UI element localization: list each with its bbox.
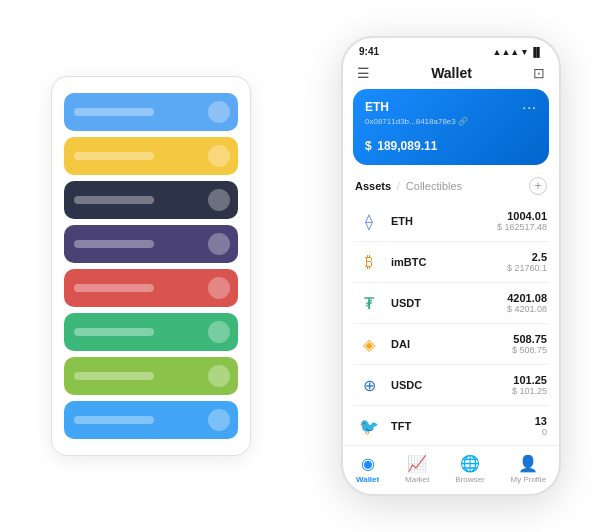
assets-header: Assets / Collectibles + [343, 173, 559, 201]
asset-amount: 1004.01 [497, 210, 547, 222]
asset-usd: $ 101.25 [512, 386, 547, 396]
battery-icon: ▐▌ [530, 47, 543, 57]
eth-card-label: ETH [365, 100, 389, 114]
asset-icon: ₿ [355, 248, 383, 276]
card-item[interactable] [64, 181, 238, 219]
card-item[interactable] [64, 225, 238, 263]
asset-amount: 13 [535, 415, 547, 427]
eth-balance: $ 189,089.11 [365, 132, 537, 155]
nav-icon-wallet: ◉ [361, 454, 375, 473]
asset-amounts: 2.5$ 21760.1 [507, 251, 547, 273]
tab-collectibles[interactable]: Collectibles [406, 180, 462, 192]
eth-card-more[interactable]: ··· [522, 99, 537, 115]
eth-balance-amount: 189,089.11 [377, 139, 437, 153]
scene: 9:41 ▲▲▲ ▾ ▐▌ ☰ Wallet ⊡ ETH ··· 0x08711… [21, 21, 581, 511]
nav-label: Wallet [356, 475, 379, 484]
card-item[interactable] [64, 93, 238, 131]
nav-label: My Profile [511, 475, 547, 484]
asset-row[interactable]: 🐦TFT130 [353, 406, 549, 445]
phone-mockup: 9:41 ▲▲▲ ▾ ▐▌ ☰ Wallet ⊡ ETH ··· 0x08711… [341, 36, 561, 496]
eth-card[interactable]: ETH ··· 0x08711d3b...8418a78e3 🔗 $ 189,0… [353, 89, 549, 165]
asset-list: ⟠ETH1004.01$ 162517.48₿imBTC2.5$ 21760.1… [343, 201, 559, 445]
asset-row[interactable]: ⟠ETH1004.01$ 162517.48 [353, 201, 549, 242]
nav-item-my-profile[interactable]: 👤My Profile [511, 454, 547, 484]
card-item[interactable] [64, 269, 238, 307]
asset-amount: 2.5 [507, 251, 547, 263]
asset-amount: 101.25 [512, 374, 547, 386]
nav-item-market[interactable]: 📈Market [405, 454, 429, 484]
asset-amounts: 101.25$ 101.25 [512, 374, 547, 396]
asset-name: ETH [391, 215, 497, 227]
asset-amounts: 4201.08$ 4201.08 [507, 292, 547, 314]
asset-usd: $ 508.75 [512, 345, 547, 355]
asset-row[interactable]: ⊕USDC101.25$ 101.25 [353, 365, 549, 406]
asset-amounts: 1004.01$ 162517.48 [497, 210, 547, 232]
nav-icon-market: 📈 [407, 454, 427, 473]
asset-amount: 508.75 [512, 333, 547, 345]
asset-usd: $ 4201.08 [507, 304, 547, 314]
asset-row[interactable]: ◈DAI508.75$ 508.75 [353, 324, 549, 365]
asset-row[interactable]: ₮USDT4201.08$ 4201.08 [353, 283, 549, 324]
nav-icon-my-profile: 👤 [518, 454, 538, 473]
assets-tabs: Assets / Collectibles [355, 180, 462, 192]
card-item[interactable] [64, 137, 238, 175]
asset-row[interactable]: ₿imBTC2.5$ 21760.1 [353, 242, 549, 283]
asset-name: USDC [391, 379, 512, 391]
asset-amounts: 130 [535, 415, 547, 437]
add-asset-button[interactable]: + [529, 177, 547, 195]
eth-balance-symbol: $ [365, 139, 372, 153]
nav-label: Browser [455, 475, 484, 484]
signal-icon: ▲▲▲ [493, 47, 520, 57]
status-time: 9:41 [359, 46, 379, 57]
nav-bar: ◉Wallet📈Market🌐Browser👤My Profile [343, 445, 559, 494]
asset-icon: ₮ [355, 289, 383, 317]
asset-icon: ⊕ [355, 371, 383, 399]
status-icons: ▲▲▲ ▾ ▐▌ [493, 47, 544, 57]
asset-amounts: 508.75$ 508.75 [512, 333, 547, 355]
card-stack [51, 76, 251, 456]
eth-address: 0x08711d3b...8418a78e3 🔗 [365, 117, 537, 126]
nav-icon-browser: 🌐 [460, 454, 480, 473]
asset-usd: $ 21760.1 [507, 263, 547, 273]
status-bar: 9:41 ▲▲▲ ▾ ▐▌ [343, 38, 559, 61]
tab-assets[interactable]: Assets [355, 180, 391, 192]
asset-name: DAI [391, 338, 512, 350]
asset-name: imBTC [391, 256, 507, 268]
card-item[interactable] [64, 401, 238, 439]
page-title: Wallet [431, 65, 472, 81]
asset-amount: 4201.08 [507, 292, 547, 304]
asset-usd: 0 [535, 427, 547, 437]
expand-icon[interactable]: ⊡ [533, 65, 545, 81]
eth-card-header: ETH ··· [365, 99, 537, 115]
asset-icon: ⟠ [355, 207, 383, 235]
asset-usd: $ 162517.48 [497, 222, 547, 232]
tab-divider: / [397, 181, 400, 192]
asset-icon: 🐦 [355, 412, 383, 440]
card-item[interactable] [64, 357, 238, 395]
wifi-icon: ▾ [522, 47, 527, 57]
asset-name: TFT [391, 420, 535, 432]
nav-item-browser[interactable]: 🌐Browser [455, 454, 484, 484]
asset-icon: ◈ [355, 330, 383, 358]
card-item[interactable] [64, 313, 238, 351]
phone-header: ☰ Wallet ⊡ [343, 61, 559, 89]
nav-label: Market [405, 475, 429, 484]
nav-item-wallet[interactable]: ◉Wallet [356, 454, 379, 484]
asset-name: USDT [391, 297, 507, 309]
menu-icon[interactable]: ☰ [357, 65, 370, 81]
